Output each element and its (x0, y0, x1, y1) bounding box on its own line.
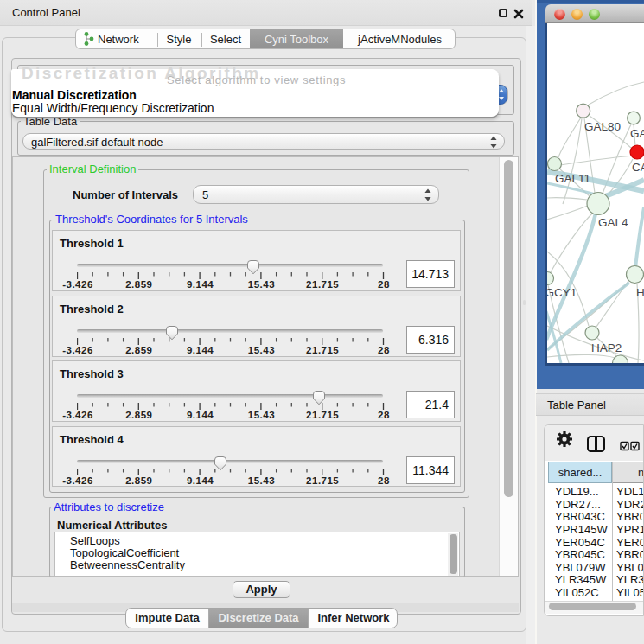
svg-text:CA: CA (632, 161, 644, 174)
svg-text:GAL11: GAL11 (555, 172, 590, 185)
svg-text:HA: HA (636, 286, 644, 299)
svg-text:GAL4: GAL4 (598, 216, 628, 229)
svg-text:GA: GA (630, 127, 644, 140)
svg-text:GCY1: GCY1 (547, 286, 577, 299)
svg-text:GAL80: GAL80 (584, 120, 621, 133)
svg-text:HAP2: HAP2 (591, 341, 622, 354)
